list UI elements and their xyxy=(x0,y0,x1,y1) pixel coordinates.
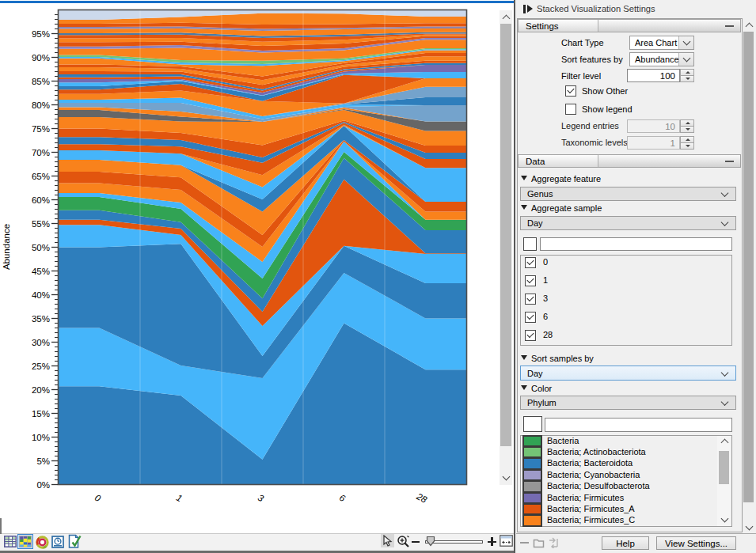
svg-text:6: 6 xyxy=(338,493,348,504)
svg-text:95%: 95% xyxy=(32,29,50,39)
svg-text:75%: 75% xyxy=(32,124,50,134)
svg-text:15%: 15% xyxy=(32,409,50,419)
svg-text:70%: 70% xyxy=(32,148,50,157)
svg-text:0: 0 xyxy=(93,493,103,504)
svg-text:50%: 50% xyxy=(32,243,50,252)
svg-text:45%: 45% xyxy=(32,267,50,276)
svg-text:80%: 80% xyxy=(32,100,50,110)
svg-text:60%: 60% xyxy=(32,195,50,205)
svg-text:85%: 85% xyxy=(32,77,50,86)
svg-text:5%: 5% xyxy=(36,456,50,466)
svg-text:20%: 20% xyxy=(32,385,50,395)
svg-text:40%: 40% xyxy=(32,290,50,300)
svg-text:55%: 55% xyxy=(32,219,50,229)
svg-text:35%: 35% xyxy=(32,314,50,324)
svg-text:90%: 90% xyxy=(32,53,50,62)
svg-text:0%: 0% xyxy=(36,480,50,490)
svg-text:65%: 65% xyxy=(32,172,50,181)
svg-text:30%: 30% xyxy=(32,338,50,347)
svg-text:1: 1 xyxy=(175,493,184,504)
svg-text:Abundance: Abundance xyxy=(2,224,11,270)
svg-text:10%: 10% xyxy=(32,433,50,442)
svg-text:3: 3 xyxy=(256,493,266,504)
svg-text:25%: 25% xyxy=(32,362,50,371)
svg-text:28: 28 xyxy=(415,491,429,505)
